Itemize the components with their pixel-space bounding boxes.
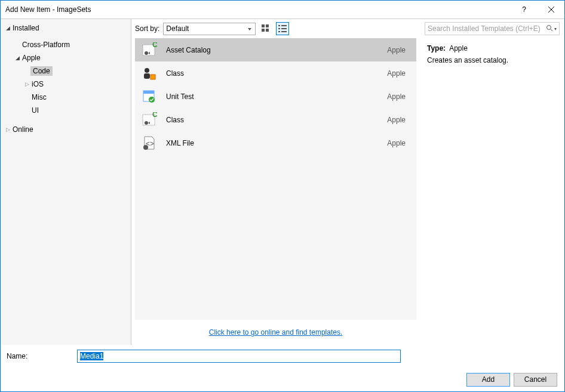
details-description: Creates an asset catalog. [427,56,554,64]
xml-file-icon: <> [141,135,158,152]
name-row: Name: [1,345,564,368]
tree-misc[interactable]: Misc [1,91,131,104]
asset-catalog-icon: C# [141,42,158,58]
button-row: Add Cancel [1,368,564,391]
svg-point-12 [145,51,148,55]
tree-installed[interactable]: ◢ Installed [1,21,131,35]
template-panel: Sort by: Default C# [131,19,420,345]
details-panel: Type: Apple Creates an asset catalog. [420,38,561,74]
class-cs-icon: C# [141,112,158,128]
right-column: Search Installed Templates (Ctrl+E) ▾ Ty… [420,19,564,345]
svg-point-24 [547,25,551,29]
tree-ios[interactable]: ▷ iOS [1,78,131,91]
category-tree: ◢ Installed Cross-Platform ◢ Apple Code … [1,19,131,345]
template-row[interactable]: C# Class Apple [135,108,416,131]
chevron-down-icon: ◢ [14,55,21,61]
template-row[interactable]: C# Asset Catalog Apple [135,38,416,61]
dialog-content: ◢ Installed Cross-Platform ◢ Apple Code … [1,18,564,345]
svg-text:C#: C# [152,42,157,49]
help-icon: ? [522,5,526,14]
svg-rect-3 [266,29,269,32]
svg-rect-6 [278,28,280,29]
titlebar: Add New Item - ImageSets ? [1,1,564,18]
template-row[interactable]: Class Apple [135,61,416,85]
svg-rect-14 [144,73,150,79]
name-input[interactable] [77,350,401,363]
chevron-down-icon: ◢ [4,25,11,31]
tree-apple[interactable]: ◢ Apple [1,51,131,64]
svg-point-23 [143,145,148,150]
close-button[interactable] [538,1,564,18]
search-input[interactable]: Search Installed Templates (Ctrl+E) ▾ [425,22,560,35]
svg-rect-8 [278,31,280,32]
svg-text:C#: C# [152,112,157,119]
search-icon [546,24,553,33]
cancel-button[interactable]: Cancel [514,373,557,387]
svg-rect-17 [143,91,154,94]
svg-rect-2 [262,29,265,32]
online-templates-link[interactable]: Click here to go online and find templat… [209,328,342,337]
svg-rect-5 [281,25,287,26]
tree-code[interactable]: Code [1,64,131,78]
name-label: Name: [7,352,77,360]
template-row[interactable]: Unit Test Apple [135,85,416,108]
sort-by-label: Sort by: [135,24,159,33]
svg-rect-7 [281,28,287,29]
svg-rect-4 [278,25,280,26]
svg-point-21 [145,121,148,125]
svg-rect-9 [281,31,287,32]
details-type: Type: Apple [427,44,554,53]
chevron-down-icon: ▾ [554,26,557,32]
template-list: C# Asset Catalog Apple Class Apple [135,38,416,320]
grid-icon [262,24,270,33]
template-row[interactable]: <> XML File Apple [135,131,416,155]
online-templates-link-row: Click here to go online and find templat… [131,320,420,345]
svg-point-13 [145,68,149,73]
sort-select[interactable]: Default [163,23,256,35]
list-icon [278,24,287,33]
class-icon [141,65,158,82]
tree-cross-platform[interactable]: Cross-Platform [1,38,131,51]
tree-ui[interactable]: UI [1,104,131,117]
tree-online[interactable]: ▷ Online [1,123,131,136]
unit-test-icon [141,88,158,105]
add-button[interactable]: Add [466,373,510,387]
toolbar: Sort by: Default [131,19,420,38]
view-list-button[interactable] [276,22,289,35]
svg-line-25 [551,29,552,31]
chevron-right-icon: ▷ [4,126,11,132]
chevron-right-icon: ▷ [23,81,30,87]
close-icon [548,7,554,13]
help-button[interactable]: ? [511,1,538,18]
search-toolbar: Search Installed Templates (Ctrl+E) ▾ [420,19,564,38]
svg-rect-1 [266,24,269,27]
view-grid-button[interactable] [259,22,272,35]
svg-rect-0 [262,24,265,27]
svg-rect-15 [151,75,155,79]
window-title: Add New Item - ImageSets [5,5,511,14]
